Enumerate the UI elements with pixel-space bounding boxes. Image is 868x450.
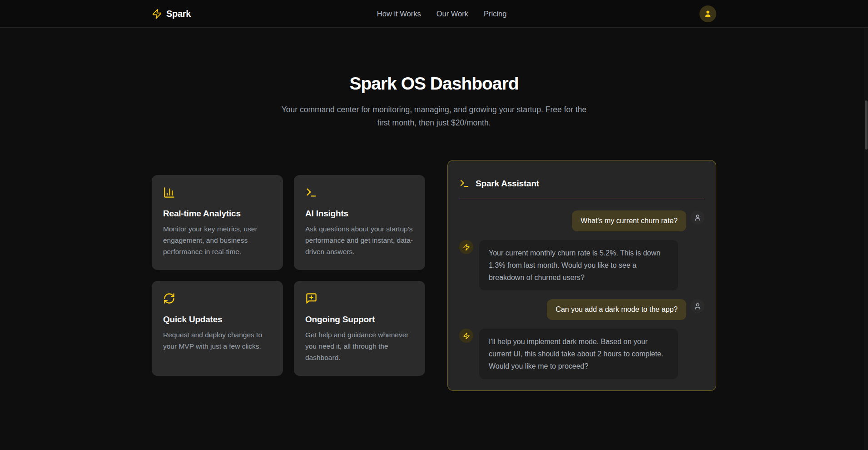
feature-card-real-time-analytics: Real-time Analytics Monitor your key met… <box>152 175 283 270</box>
feature-title: Ongoing Support <box>305 315 414 325</box>
nav-link-pricing[interactable]: Pricing <box>484 10 506 18</box>
nav-link-our-work[interactable]: Our Work <box>436 10 468 18</box>
chart-column-icon <box>163 186 175 199</box>
nav-link-how-it-works[interactable]: How it Works <box>377 10 421 18</box>
user-icon <box>704 10 712 18</box>
feature-title: Real-time Analytics <box>163 209 272 219</box>
page-title: Spark OS Dashboard <box>0 74 868 94</box>
assistant-divider <box>459 199 704 199</box>
feature-card-ongoing-support: Ongoing Support Get help and guidance wh… <box>294 281 425 376</box>
nav-links: How it Works Our Work Pricing <box>377 0 507 27</box>
user-message-bubble: What's my current churn rate? <box>572 210 686 231</box>
terminal-icon <box>305 186 317 199</box>
zap-icon <box>463 244 470 251</box>
feature-card-ai-insights: AI Insights Ask questions about your sta… <box>294 175 425 270</box>
assistant-avatar <box>459 329 473 343</box>
feature-description: Ask questions about your startup's perfo… <box>305 223 414 257</box>
feature-title: Quick Updates <box>163 315 272 325</box>
user-icon <box>694 214 701 221</box>
top-navigation: Spark How it Works Our Work Pricing <box>0 0 868 28</box>
assistant-title: Spark Assistant <box>476 179 539 189</box>
page-subtitle: Your command center for monitoring, mana… <box>276 103 592 130</box>
assistant-message-bubble: I'll help you implement dark mode. Based… <box>479 329 678 379</box>
chat-message-user: What's my current churn rate? <box>459 210 704 231</box>
features-grid: Real-time Analytics Monitor your key met… <box>152 175 425 376</box>
refresh-icon <box>163 292 175 305</box>
message-square-plus-icon <box>305 292 317 305</box>
chat-message-assistant: Your current monthly churn rate is 5.2%.… <box>459 240 704 290</box>
assistant-message-bubble: Your current monthly churn rate is 5.2%.… <box>479 240 678 290</box>
feature-description: Get help and guidance whenever you need … <box>305 329 414 363</box>
feature-title: AI Insights <box>305 209 414 219</box>
main-content: Real-time Analytics Monitor your key met… <box>152 160 716 391</box>
scrollbar-track <box>864 0 868 450</box>
user-icon <box>694 303 701 310</box>
user-avatar <box>690 210 704 225</box>
assistant-header: Spark Assistant <box>459 172 704 189</box>
feature-description: Request and deploy changes to your MVP w… <box>163 329 272 352</box>
brand-name: Spark <box>166 9 191 19</box>
zap-icon <box>463 332 470 340</box>
terminal-icon <box>459 178 470 189</box>
spark-assistant-panel: Spark Assistant What's my current churn … <box>447 160 716 391</box>
feature-card-quick-updates: Quick Updates Request and deploy changes… <box>152 281 283 376</box>
chat-messages: What's my current churn rate? Your curre… <box>459 210 704 379</box>
assistant-avatar <box>459 240 473 254</box>
scrollbar-thumb[interactable] <box>865 100 868 150</box>
chat-message-user: Can you add a dark mode to the app? <box>459 299 704 320</box>
brand-logo[interactable]: Spark <box>152 9 191 19</box>
feature-description: Monitor your key metrics, user engagemen… <box>163 223 272 257</box>
user-message-bubble: Can you add a dark mode to the app? <box>547 299 686 320</box>
hero-section: Spark OS Dashboard Your command center f… <box>0 28 868 130</box>
chat-message-assistant: I'll help you implement dark mode. Based… <box>459 329 704 379</box>
account-avatar-button[interactable] <box>699 5 716 22</box>
zap-icon <box>152 9 162 19</box>
user-avatar <box>690 299 704 313</box>
